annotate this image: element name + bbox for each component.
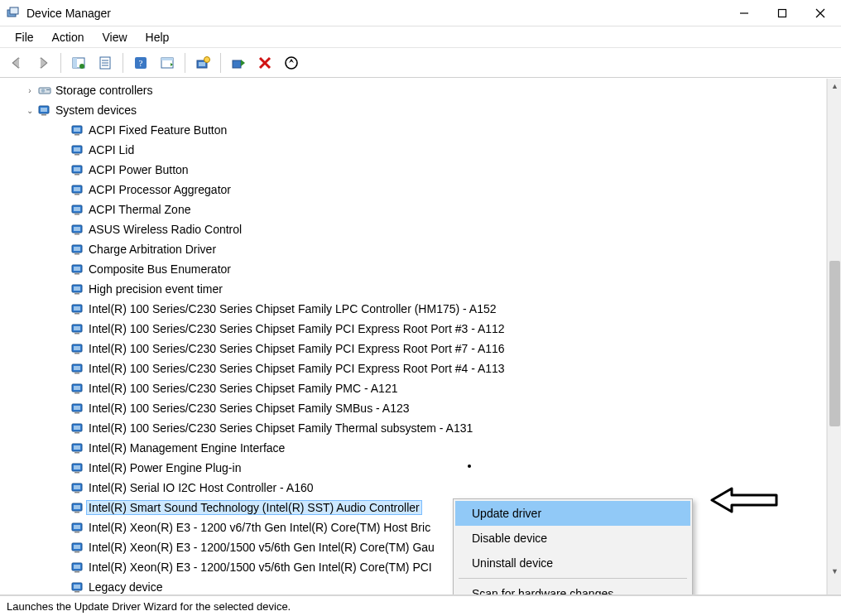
context-menu-item-disable-device[interactable]: Disable device (455, 526, 690, 551)
scroll-down-button[interactable]: ▼ (828, 564, 841, 578)
properties-icon[interactable] (94, 51, 117, 75)
toolbar-separator (60, 53, 61, 73)
svg-rect-91 (74, 505, 80, 509)
context-menu-item-uninstall-device[interactable]: Uninstall device (455, 551, 690, 575)
minimize-button[interactable] (725, 1, 763, 26)
device-item[interactable]: Intel(R) Xeon(R) E3 - 1200/1500 v5/6th G… (0, 537, 826, 557)
device-icon (70, 342, 86, 355)
svg-rect-77 (74, 412, 79, 414)
device-item[interactable]: Intel(R) 100 Series/C230 Series Chipset … (0, 418, 826, 438)
svg-rect-86 (74, 472, 79, 474)
context-menu-item-update-driver[interactable]: Update driver (455, 501, 690, 526)
svg-rect-103 (74, 585, 80, 589)
expand-icon[interactable]: › (23, 86, 36, 95)
update-driver-icon[interactable] (191, 51, 214, 75)
collapse-icon[interactable]: ⌄ (23, 106, 36, 115)
device-label: ACPI Processor Aggregator (86, 182, 233, 197)
svg-point-8 (79, 64, 84, 69)
svg-rect-37 (74, 147, 80, 152)
cursor-dot (468, 464, 471, 468)
device-label: Intel(R) 100 Series/C230 Series Chipset … (86, 321, 507, 336)
svg-rect-88 (74, 485, 80, 489)
device-label: Composite Bus Enumerator (86, 262, 233, 277)
category-system-devices[interactable]: ⌄System devices (0, 100, 826, 120)
context-menu[interactable]: Update driverDisable deviceUninstall dev… (453, 498, 693, 594)
context-menu-item-scan-for-hardware-changes[interactable]: Scan for hardware changes (455, 581, 690, 594)
device-icon (70, 282, 86, 296)
maximize-button[interactable] (763, 1, 801, 26)
svg-rect-41 (74, 174, 79, 176)
device-item[interactable]: Intel(R) 100 Series/C230 Series Chipset … (0, 299, 826, 319)
scroll-thumb[interactable] (829, 261, 840, 426)
device-label: High precision event timer (86, 282, 225, 296)
menu-help[interactable]: Help (137, 29, 178, 46)
device-label: Intel(R) Smart Sound Technology (Intel(R… (86, 500, 422, 515)
system-category-icon (36, 103, 53, 117)
device-item[interactable]: Intel(R) Smart Sound Technology (Intel(R… (0, 498, 826, 517)
device-icon (70, 382, 86, 395)
back-icon[interactable] (5, 51, 28, 75)
device-item[interactable]: Intel(R) 100 Series/C230 Series Chipset … (0, 398, 826, 418)
scan-hardware-icon[interactable] (280, 51, 303, 75)
device-item[interactable]: Intel(R) Serial IO I2C Host Controller -… (0, 478, 826, 498)
svg-rect-21 (233, 60, 241, 68)
device-item[interactable]: ACPI Processor Aggregator (0, 180, 826, 200)
menu-action[interactable]: Action (44, 29, 93, 46)
topic-icon[interactable] (156, 51, 179, 75)
device-item[interactable]: ACPI Power Button (0, 160, 826, 180)
device-item[interactable]: Charge Arbitration Driver (0, 239, 826, 259)
category-storage-controllers[interactable]: ›Storage controllers (0, 80, 826, 100)
svg-rect-34 (74, 128, 80, 132)
svg-rect-95 (74, 532, 79, 533)
device-item[interactable]: Intel(R) 100 Series/C230 Series Chipset … (0, 359, 826, 378)
help-icon[interactable]: ? (129, 51, 152, 75)
uninstall-icon[interactable] (253, 51, 276, 75)
svg-rect-59 (74, 293, 79, 295)
device-item[interactable]: Intel(R) Management Engine Interface (0, 438, 826, 458)
svg-rect-43 (74, 187, 80, 191)
device-label: ACPI Thermal Zone (86, 202, 193, 217)
device-item[interactable]: ACPI Fixed Feature Button (0, 120, 826, 140)
device-item[interactable]: Intel(R) 100 Series/C230 Series Chipset … (0, 378, 826, 398)
device-icon (70, 501, 86, 514)
titlebar: Device Manager (0, 0, 841, 26)
device-item[interactable]: High precision event timer (0, 279, 826, 299)
svg-rect-68 (74, 353, 79, 354)
device-label: Intel(R) Power Engine Plug-in (86, 460, 243, 475)
forward-icon[interactable] (31, 51, 55, 75)
svg-rect-31 (41, 108, 47, 112)
device-icon (70, 302, 86, 315)
svg-rect-104 (74, 591, 79, 593)
device-label: Intel(R) 100 Series/C230 Series Chipset … (86, 421, 475, 436)
svg-rect-32 (41, 114, 46, 116)
device-item[interactable]: Intel(R) 100 Series/C230 Series Chipset … (0, 319, 826, 339)
device-icon (70, 183, 86, 196)
device-item[interactable]: Intel(R) Power Engine Plug-in (0, 458, 826, 478)
svg-text:?: ? (139, 58, 143, 68)
device-item[interactable]: ACPI Lid (0, 140, 826, 160)
device-tree[interactable]: ›Storage controllers⌄System devicesACPI … (0, 79, 827, 594)
device-item[interactable]: Intel(R) Xeon(R) E3 - 1200/1500 v5/6th G… (0, 557, 826, 577)
device-label: Intel(R) Xeon(R) E3 - 1200/1500 v5/6th G… (86, 540, 437, 555)
device-item[interactable]: Composite Bus Enumerator (0, 259, 826, 279)
device-item[interactable]: ACPI Thermal Zone (0, 200, 826, 219)
close-button[interactable] (801, 1, 839, 26)
device-icon (70, 521, 86, 534)
menu-file[interactable]: File (7, 29, 42, 46)
menu-view[interactable]: View (94, 29, 135, 46)
menubar: FileActionViewHelp (0, 26, 841, 48)
device-item[interactable]: Intel(R) 100 Series/C230 Series Chipset … (0, 339, 826, 359)
enable-device-icon[interactable] (227, 51, 250, 75)
scroll-up-button[interactable]: ▲ (828, 79, 841, 93)
device-item[interactable]: Legacy device (0, 577, 826, 594)
device-item[interactable]: ASUS Wireless Radio Control (0, 219, 826, 239)
device-label: Intel(R) Management Engine Interface (86, 440, 287, 455)
show-hide-tree-icon[interactable] (67, 51, 90, 75)
svg-rect-82 (74, 445, 80, 450)
device-item[interactable]: Intel(R) Xeon(R) E3 - 1200 v6/7th Gen In… (0, 517, 826, 537)
vertical-scrollbar[interactable]: ▲ ▼ (827, 79, 841, 594)
device-icon (70, 243, 86, 256)
svg-marker-22 (241, 60, 245, 66)
storage-category-icon (36, 84, 53, 97)
device-icon (70, 402, 86, 415)
